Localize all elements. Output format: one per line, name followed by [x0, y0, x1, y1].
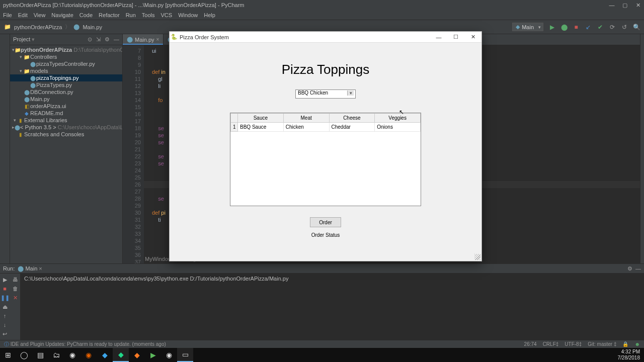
- menu-edit[interactable]: Edit: [18, 12, 28, 18]
- menu-navigate[interactable]: Navigate: [51, 12, 73, 18]
- gear-icon[interactable]: ⚙: [105, 36, 110, 43]
- tree-folder-models[interactable]: ▾ 📁 models: [10, 67, 122, 74]
- run-play-icon[interactable]: ▶: [548, 24, 555, 31]
- project-panel-header[interactable]: Project ▾ ⊙ ⇲ ⚙ —: [10, 34, 123, 45]
- up-icon[interactable]: ↑: [1, 312, 9, 320]
- ide-minimize-icon[interactable]: —: [609, 2, 615, 9]
- menu-code[interactable]: Code: [79, 12, 93, 18]
- obs-icon[interactable]: ◉: [161, 348, 177, 362]
- run-config-dropdown[interactable]: ◆ Main: [512, 23, 543, 31]
- breadcrumb-file[interactable]: Main.py: [83, 24, 102, 30]
- stop-icon[interactable]: ■: [1, 285, 9, 293]
- cell-veggies[interactable]: Onions: [375, 123, 421, 132]
- lock-icon[interactable]: 🔒: [622, 341, 628, 347]
- hide-icon[interactable]: —: [635, 265, 641, 272]
- cell-cheese[interactable]: Cheddar: [329, 123, 375, 132]
- close-button[interactable]: ✕: [464, 32, 481, 43]
- corner-header[interactable]: [231, 114, 238, 123]
- ide-close-icon[interactable]: ✕: [635, 2, 641, 9]
- tree-file[interactable]: ⬤ Main.py: [10, 96, 122, 103]
- run-console[interactable]: C:\Users\choco\AppData\Local\conda\conda…: [20, 274, 644, 340]
- pause-icon[interactable]: ❚❚: [1, 294, 9, 302]
- gear-icon[interactable]: ⚙: [627, 265, 632, 272]
- trash-icon[interactable]: 🗑: [12, 285, 20, 293]
- close-icon[interactable]: ×: [39, 265, 42, 272]
- ide-maximize-icon[interactable]: ▢: [622, 2, 628, 9]
- rerun-icon[interactable]: ▶: [1, 276, 9, 284]
- info-icon[interactable]: ⓘ: [4, 341, 9, 347]
- vcs-history-icon[interactable]: ⟳: [609, 24, 616, 31]
- line-separator[interactable]: CRLF‡: [543, 341, 559, 347]
- row-header[interactable]: 1: [231, 123, 238, 132]
- vcs-revert-icon[interactable]: ↺: [621, 24, 628, 31]
- tree-file[interactable]: ⬤ PizzaTypes.py: [10, 81, 122, 88]
- breadcrumb-project[interactable]: pythonOrderAPizza: [14, 24, 62, 30]
- qt-titlebar[interactable]: 🐍 Pizza Order System — ☐ ✕: [170, 32, 481, 43]
- collapse-icon[interactable]: ⇲: [96, 36, 101, 43]
- file-encoding[interactable]: UTF-8‡: [565, 341, 582, 347]
- resize-grip-icon[interactable]: [474, 254, 480, 260]
- tree-root[interactable]: ▾📁 pythonOrderAPizza D:\Tutorials\python…: [10, 46, 122, 53]
- col-header-veggies[interactable]: Veggies: [375, 114, 421, 123]
- order-button[interactable]: Order: [310, 217, 341, 227]
- menu-tools[interactable]: Tools: [142, 12, 155, 18]
- app-icon[interactable]: ▶: [145, 348, 161, 362]
- tree-file[interactable]: ◧ orderAPizza.ui: [10, 103, 122, 110]
- close-icon[interactable]: ×: [156, 37, 159, 42]
- search-icon[interactable]: 🔍: [633, 24, 640, 31]
- tree-file[interactable]: ◆ README.md: [10, 110, 122, 117]
- tree-file[interactable]: ⬤ pizzaTypesController.py: [10, 60, 122, 67]
- col-header-sauce[interactable]: Sauce: [238, 114, 284, 123]
- project-tree[interactable]: ▾📁 pythonOrderAPizza D:\Tutorials\python…: [10, 45, 123, 263]
- cortana-icon[interactable]: ◯: [16, 348, 32, 362]
- toppings-table[interactable]: Sauce Meat Cheese Veggies 1 BBQ Sauce Ch…: [230, 113, 421, 206]
- autoscroll-icon[interactable]: ⊙: [88, 36, 92, 43]
- menu-vcs[interactable]: VCS: [161, 12, 173, 18]
- table-row[interactable]: 1 BBQ Sauce Chicken Cheddar Onions: [231, 123, 421, 132]
- col-header-meat[interactable]: Meat: [283, 114, 329, 123]
- wrap-icon[interactable]: ↩: [1, 330, 9, 338]
- tree-external-libraries[interactable]: ▾ ▮ External Libraries: [10, 117, 122, 124]
- explorer-icon[interactable]: 🗂: [48, 348, 64, 362]
- stop-icon[interactable]: ■: [573, 24, 580, 31]
- tree-scratches[interactable]: ▮ Scratches and Consoles: [10, 131, 122, 138]
- tree-python-sdk[interactable]: ▸ ⬤ < Python 3.5 > C:\Users\choco\AppDat…: [10, 124, 122, 131]
- taskview-icon[interactable]: ▤: [32, 348, 48, 362]
- minimize-button[interactable]: —: [430, 32, 447, 43]
- vcs-commit-icon[interactable]: ✔: [597, 24, 604, 31]
- menu-help[interactable]: Help: [204, 12, 215, 18]
- vscode-icon[interactable]: ◆: [97, 348, 113, 362]
- maximize-button[interactable]: ☐: [447, 32, 464, 43]
- down-icon[interactable]: ↓: [1, 321, 9, 329]
- close-icon[interactable]: ✕: [12, 294, 20, 302]
- caret-position[interactable]: 26:74: [524, 341, 537, 347]
- print-icon[interactable]: 🖶: [12, 276, 20, 284]
- menu-window[interactable]: Window: [178, 12, 198, 18]
- start-button[interactable]: ⊞: [0, 348, 16, 362]
- tree-file[interactable]: ⬤ DBConnection.py: [10, 88, 122, 96]
- cell-sauce[interactable]: BBQ Sauce: [238, 123, 284, 132]
- exit-icon[interactable]: ⏏: [1, 303, 9, 311]
- hide-icon[interactable]: —: [114, 36, 119, 43]
- cell-meat[interactable]: Chicken: [283, 123, 329, 132]
- python-window-icon[interactable]: ▭: [177, 348, 193, 362]
- col-header-cheese[interactable]: Cheese: [329, 114, 375, 123]
- taskbar-clock[interactable]: 4:32 PM 7/28/2018: [614, 349, 645, 361]
- git-branch[interactable]: Git: master ‡: [588, 341, 616, 347]
- menu-run[interactable]: Run: [126, 12, 136, 18]
- chrome-icon[interactable]: ◉: [64, 348, 80, 362]
- run-toolwindow-header[interactable]: Run: ⬤ Main × ⚙ —: [0, 263, 644, 274]
- debug-icon[interactable]: ⬤: [560, 24, 568, 31]
- status-message[interactable]: IDE and Plugin Updates: PyCharm is ready…: [11, 341, 166, 347]
- firefox-icon[interactable]: ◉: [80, 348, 97, 362]
- pycharm-icon[interactable]: ◆: [113, 348, 129, 362]
- menu-file[interactable]: File: [3, 12, 12, 18]
- menu-refactor[interactable]: Refactor: [99, 12, 120, 18]
- menu-view[interactable]: View: [34, 12, 46, 18]
- xampp-icon[interactable]: ◆: [129, 348, 145, 362]
- tree-file-selected[interactable]: ⬤ pizzaToppings.py: [10, 74, 122, 81]
- hector-icon[interactable]: ☻: [634, 341, 640, 347]
- tree-folder-controllers[interactable]: ▾ 📁 Controllers: [10, 53, 122, 60]
- pizza-type-combobox[interactable]: BBQ Chicken: [295, 89, 356, 99]
- editor-tab-main[interactable]: ⬤ Main.py ×: [123, 34, 164, 45]
